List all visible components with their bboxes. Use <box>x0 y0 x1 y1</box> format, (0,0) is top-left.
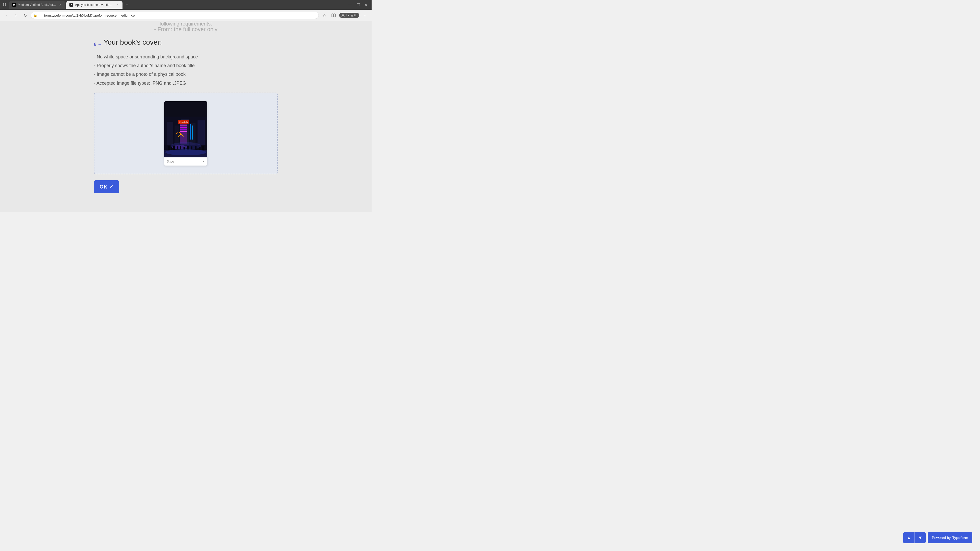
svg-point-43 <box>165 149 206 156</box>
tab-label-medium: Medium Verified Book Author <box>18 3 56 6</box>
svg-rect-20 <box>180 124 187 143</box>
svg-rect-5 <box>71 4 72 5</box>
overlap-area: following requirements: - From: the full… <box>94 21 278 36</box>
address-bar: ‹ › ↻ 🔒 form.typeform.com/to/Zj4rXboM?ty… <box>0 10 372 21</box>
lock-icon: 🔒 <box>33 14 37 17</box>
url-text: form.typeform.com/to/Zj4rXboM?typeform-s… <box>39 14 138 17</box>
menu-icon[interactable]: ⋮ <box>361 12 369 19</box>
tab-bar: M Medium Verified Book Author × Apply to… <box>0 0 372 10</box>
q-number: 6 <box>94 42 97 47</box>
req-item-1: - No white space or surrounding backgrou… <box>94 52 278 61</box>
req-item-4: - Accepted image file types: .PNG and .J… <box>94 79 278 87</box>
ok-checkmark-icon: ✓ <box>110 184 114 189</box>
tab-medium-verified[interactable]: M Medium Verified Book Author × <box>9 1 65 9</box>
tab-close-typeform[interactable]: × <box>115 3 119 7</box>
forward-button[interactable]: › <box>12 12 19 19</box>
full-cover-text: - From: the full cover only <box>94 26 278 33</box>
new-tab-button[interactable]: + <box>124 1 130 8</box>
tab-apply-verified[interactable]: Apply to become a verified aut... × <box>66 1 123 9</box>
svg-text:Coca-Cola: Coca-Cola <box>179 121 188 123</box>
tab-favicon-medium: M <box>12 3 16 6</box>
svg-rect-23 <box>180 129 187 130</box>
image-preview: Coca-Cola <box>164 101 207 157</box>
form-container: following requirements: - From: the full… <box>89 21 283 195</box>
toolbar-icons: ☆ Incognito ⋮ <box>321 12 369 19</box>
bookmark-star-icon[interactable]: ☆ <box>321 12 328 19</box>
req-item-2: - Properly shows the author's name and b… <box>94 61 278 70</box>
filename-text: 3.jpg <box>167 159 174 163</box>
svg-rect-21 <box>180 125 187 126</box>
remove-file-button[interactable]: × <box>203 159 205 164</box>
split-view-icon[interactable] <box>330 12 337 19</box>
svg-rect-3 <box>5 5 6 6</box>
svg-rect-22 <box>180 127 187 128</box>
ok-button[interactable]: OK ✓ <box>94 180 119 193</box>
reload-button[interactable]: ↻ <box>21 12 29 19</box>
question-number-row: 6 → Your book's cover: <box>94 38 278 51</box>
tab-label-typeform: Apply to become a verified aut... <box>75 3 113 6</box>
window-controls: — ❐ ✕ <box>348 3 369 7</box>
svg-rect-2 <box>3 5 4 6</box>
question-section: 6 → Your book's cover: - No white space … <box>94 36 278 195</box>
requirements-list: - No white space or surrounding backgrou… <box>94 52 278 87</box>
address-input-container[interactable]: 🔒 form.typeform.com/to/Zj4rXboM?typeform… <box>30 12 319 19</box>
svg-rect-0 <box>3 3 4 5</box>
incognito-label: Incognito <box>346 14 357 17</box>
q-arrow-icon: → <box>97 42 102 47</box>
tab-group-icon <box>2 2 7 7</box>
minimize-button[interactable]: — <box>348 3 352 7</box>
req-item-3: - Image cannot be a photo of a physical … <box>94 70 278 79</box>
svg-rect-26 <box>190 124 191 140</box>
svg-rect-25 <box>180 133 187 133</box>
upload-area[interactable]: Coca-Cola <box>94 93 278 174</box>
close-button[interactable]: ✕ <box>364 3 368 7</box>
browser-chrome: M Medium Verified Book Author × Apply to… <box>0 0 372 21</box>
svg-rect-27 <box>192 125 192 140</box>
incognito-badge: Incognito <box>339 13 360 18</box>
question-number-badge: 6 → <box>94 42 102 47</box>
svg-rect-8 <box>334 14 335 17</box>
svg-rect-24 <box>180 131 187 132</box>
filename-bar: 3.jpg × <box>164 157 207 165</box>
ok-label: OK <box>100 184 107 190</box>
tab-close-medium[interactable]: × <box>58 3 62 7</box>
uploaded-image-card: Coca-Cola <box>164 101 207 165</box>
tab-favicon-typeform <box>69 3 73 6</box>
back-button[interactable]: ‹ <box>3 12 10 19</box>
question-title: Your book's cover: <box>103 38 162 46</box>
svg-rect-1 <box>5 3 6 5</box>
page-content: following requirements: - From: the full… <box>0 21 372 212</box>
svg-rect-7 <box>332 14 333 17</box>
maximize-button[interactable]: ❐ <box>356 3 360 7</box>
